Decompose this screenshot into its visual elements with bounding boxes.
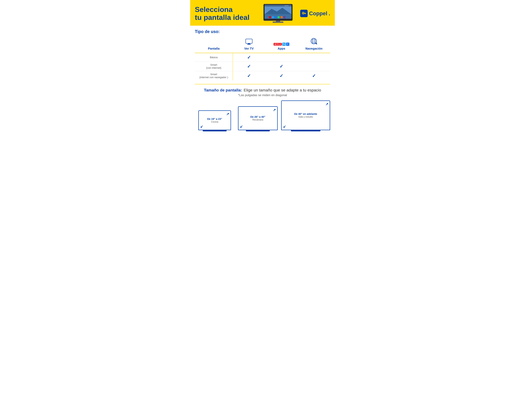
arrow-bottom-left-icon: ↙: [240, 124, 243, 129]
svg-rect-14: [273, 21, 283, 23]
tv-stand-medium: [246, 130, 270, 131]
checkmark-icon: ✓: [312, 73, 316, 78]
header-tv-image: 4:06 PM: [261, 3, 296, 23]
tv-size-card-large: ↗ ↙ De 40" en adelante Sala y estudio: [281, 101, 330, 131]
tipo-uso-section: Tipo de uso: Pantalla: [195, 29, 330, 81]
pantalla-cell-smart-nav: Smart (internet con navegador ): [195, 71, 233, 81]
tv-size-card-small: ↗ ↙ De 19" a 23" Cocina: [195, 110, 234, 131]
arrow-top-right-icon: ↗: [226, 112, 229, 116]
svg-rect-19: [305, 13, 305, 14]
col-header-pantalla: Pantalla: [195, 37, 233, 53]
col-header-ver-tv: Ver TV: [233, 37, 265, 53]
ver-tv-cell-smart-nav: ✓: [233, 71, 265, 81]
header-title: Selecciona tu pantalla ideal: [195, 6, 261, 21]
ver-tv-cell-smart: ✓: [233, 62, 265, 71]
navegacion-cell-smart-nav: ✓: [298, 71, 330, 81]
netflix-icon: NETFLIX: [274, 43, 282, 46]
tipo-uso-title: Tipo de uso:: [195, 29, 330, 34]
tamano-title-text: Tamaño de pantalla:: [204, 88, 242, 92]
svg-rect-10: [278, 16, 280, 18]
tv-stand-small: [203, 130, 226, 131]
apps-cell-smart: ✓: [265, 62, 298, 71]
globe-icon-container: [298, 37, 329, 46]
tv-frame-medium: ↗ ↙ De 26" a 40" Recámara: [238, 106, 278, 130]
tv-frame-small: ↗ ↙ De 19" a 23" Cocina: [198, 110, 231, 130]
apps-cell-basica: [265, 53, 298, 62]
tv-label-large: De 40" en adelante Sala y estudio: [293, 111, 318, 119]
svg-rect-7: [269, 16, 271, 18]
tv-stand-large: [291, 130, 320, 131]
arrow-top-right-icon: ↗: [325, 102, 328, 106]
tv-size-card-medium: ↗ ↙ De 26" a 40" Recámara: [238, 106, 278, 131]
tv-room-medium: Recámara: [250, 118, 265, 121]
tv-label-medium: De 26" a 40" Recámara: [249, 114, 267, 122]
svg-rect-11: [281, 16, 282, 18]
comparison-table: Pantalla Ver TV: [195, 37, 330, 81]
col-header-navegacion: Navegación: [298, 37, 330, 53]
svg-rect-8: [272, 16, 274, 18]
section-divider: [195, 84, 330, 84]
tv-sizes-row: ↗ ↙ De 19" a 23" Cocina ↗ ↙ De 26" a 40"…: [195, 101, 330, 131]
coppel-logo: Coppel.: [300, 10, 330, 17]
coppel-key-icon: [300, 10, 308, 17]
svg-rect-17: [304, 13, 306, 13]
col-header-apps: NETFLIX 𝕏 f Apps: [265, 37, 298, 53]
pantalla-cell-smart: Smart (con internet): [195, 62, 233, 71]
header-banner: Selecciona tu pantalla ideal 4:06 PM: [190, 0, 335, 26]
svg-marker-28: [316, 42, 317, 45]
svg-rect-21: [248, 43, 250, 44]
pantalla-cell-basica: Básica: [195, 53, 233, 62]
main-content: Tipo de uso: Pantalla: [190, 26, 335, 136]
tv-room-small: Cocina: [207, 121, 222, 123]
svg-rect-18: [305, 13, 306, 14]
table-row: Smart (internet con navegador ) ✓ ✓ ✓: [195, 71, 330, 81]
ver-tv-cell-basica: ✓: [233, 53, 265, 62]
checkmark-icon: ✓: [280, 73, 283, 78]
tamano-title-row: Tamaño de pantalla: Elige un tamaño que …: [195, 88, 330, 93]
navegacion-cell-basica: [298, 53, 330, 62]
arrow-bottom-left-icon: ↙: [200, 124, 203, 129]
checkmark-icon: ✓: [247, 64, 251, 69]
tv-size-range-small: De 19" a 23": [207, 118, 222, 121]
svg-rect-20: [246, 39, 252, 43]
tv-size-range-medium: De 26" a 40": [250, 115, 265, 118]
navegacion-cell-smart: [298, 62, 330, 71]
arrow-top-right-icon: ↗: [273, 108, 276, 112]
tv-room-large: Sala y estudio: [294, 115, 317, 118]
svg-point-16: [303, 13, 304, 14]
apps-cell-smart-nav: ✓: [265, 71, 298, 81]
coppel-dot-text: .: [329, 10, 330, 17]
twitter-icon: 𝕏: [282, 43, 286, 46]
checkmark-icon: ✓: [280, 64, 283, 69]
svg-rect-9: [275, 16, 277, 18]
checkmark-icon: ✓: [247, 55, 251, 60]
arrow-bottom-left-icon: ↙: [283, 124, 286, 129]
tv-frame-large: ↗ ↙ De 40" en adelante Sala y estudio: [281, 101, 330, 130]
tamano-note-text: *Las pulgadas se miden en diagonal: [195, 93, 330, 97]
tamano-section: Tamaño de pantalla: Elige un tamaño que …: [195, 88, 330, 97]
tv-label-small: De 19" a 23" Cocina: [206, 116, 223, 124]
tamano-subtitle-text: Elige un tamaño que se adapte a tu espac…: [244, 88, 321, 92]
tv-size-range-large: De 40" en adelante: [294, 112, 317, 115]
svg-text:4:06 PM: 4:06 PM: [284, 5, 288, 6]
checkmark-icon: ✓: [247, 73, 251, 78]
apps-icons-row: NETFLIX 𝕏 f: [266, 43, 297, 46]
coppel-name-text: Coppel: [309, 10, 327, 17]
facebook-icon: f: [286, 43, 289, 46]
monitor-icon-container: [233, 39, 265, 46]
svg-rect-22: [247, 44, 251, 45]
svg-rect-12: [283, 16, 285, 18]
apps-icons-container: NETFLIX 𝕏 f: [266, 43, 297, 46]
table-row: Smart (con internet) ✓ ✓: [195, 62, 330, 71]
